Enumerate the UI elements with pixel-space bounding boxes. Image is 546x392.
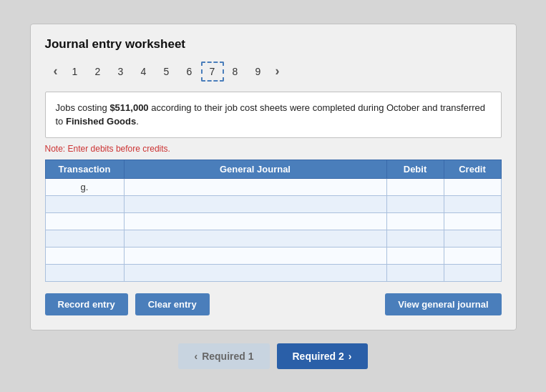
debit-field-3[interactable] <box>387 213 444 230</box>
description-text: Jobs costing $511,000 according to their… <box>56 102 486 127</box>
description-box: Jobs costing $511,000 according to their… <box>45 92 502 138</box>
required-1-prev-arrow: ‹ <box>194 351 198 362</box>
debit-field-2[interactable] <box>387 196 444 212</box>
transaction-cell-6 <box>45 264 124 281</box>
pagination-item-6[interactable]: 6 <box>178 63 201 80</box>
transaction-cell-5 <box>45 247 124 264</box>
credit-input-6[interactable] <box>444 264 501 281</box>
transaction-cell-4 <box>45 230 124 247</box>
debit-field-4[interactable] <box>387 230 444 247</box>
col-header-credit: Credit <box>444 160 501 178</box>
credit-field-3[interactable] <box>444 213 501 230</box>
general-journal-field-6[interactable] <box>125 265 386 281</box>
table-row: g. <box>45 178 501 195</box>
transaction-label-g: g. <box>45 178 124 195</box>
general-journal-field-3[interactable] <box>125 213 386 230</box>
credit-field-2[interactable] <box>444 196 501 212</box>
debit-field-6[interactable] <box>387 265 444 281</box>
debit-input-3[interactable] <box>386 212 444 230</box>
debit-input-1[interactable] <box>386 178 444 195</box>
note-text: Note: Enter debits before credits. <box>45 144 502 154</box>
view-general-journal-button[interactable]: View general journal <box>385 293 501 315</box>
pagination-item-9[interactable]: 9 <box>247 63 270 80</box>
card-title: Journal entry worksheet <box>45 37 502 52</box>
pagination: ‹ 1 2 3 4 5 6 7 8 9 › <box>45 62 502 82</box>
debit-input-4[interactable] <box>386 230 444 247</box>
credit-field-5[interactable] <box>444 248 501 264</box>
pagination-item-8[interactable]: 8 <box>224 63 247 80</box>
required-2-next-arrow: › <box>348 351 352 362</box>
col-header-transaction: Transaction <box>45 160 124 178</box>
pagination-item-5[interactable]: 5 <box>155 63 178 80</box>
transaction-cell-2 <box>45 195 124 212</box>
general-journal-field-5[interactable] <box>125 248 386 264</box>
debit-input-6[interactable] <box>386 264 444 281</box>
general-journal-input-6[interactable] <box>124 264 386 281</box>
required-2-button[interactable]: Required 2 › <box>277 343 368 369</box>
table-row <box>45 212 501 230</box>
general-journal-input-5[interactable] <box>124 247 386 264</box>
credit-input-2[interactable] <box>444 195 501 212</box>
clear-entry-button[interactable]: Clear entry <box>135 293 210 315</box>
pagination-item-2[interactable]: 2 <box>87 63 109 80</box>
pagination-next[interactable]: › <box>270 62 286 80</box>
action-buttons: Record entry Clear entry View general jo… <box>45 293 502 315</box>
pagination-prev[interactable]: ‹ <box>48 62 64 80</box>
transaction-cell-3 <box>45 212 124 230</box>
required-1-button[interactable]: ‹ Required 1 <box>178 343 269 369</box>
required-2-label: Required 2 <box>293 351 344 362</box>
bottom-navigation: ‹ Required 1 Required 2 › <box>178 343 367 369</box>
general-journal-field-4[interactable] <box>125 230 386 247</box>
credit-input-4[interactable] <box>444 230 501 247</box>
credit-input-1[interactable] <box>444 178 501 195</box>
pagination-item-1[interactable]: 1 <box>64 63 87 80</box>
credit-field-1[interactable] <box>444 179 501 195</box>
credit-field-4[interactable] <box>444 230 501 247</box>
table-row <box>45 264 501 281</box>
debit-field-5[interactable] <box>387 248 444 264</box>
credit-field-6[interactable] <box>444 265 501 281</box>
general-journal-input-1[interactable] <box>124 178 386 195</box>
col-header-general-journal: General Journal <box>124 160 386 178</box>
journal-table: Transaction General Journal Debit Credit… <box>45 160 502 282</box>
journal-entry-card: Journal entry worksheet ‹ 1 2 3 4 5 6 7 … <box>30 24 517 330</box>
general-journal-input-3[interactable] <box>124 212 386 230</box>
general-journal-field-1[interactable] <box>125 179 386 195</box>
table-row <box>45 247 501 264</box>
table-row <box>45 195 501 212</box>
general-journal-input-4[interactable] <box>124 230 386 247</box>
pagination-item-7-active[interactable]: 7 <box>201 62 224 82</box>
general-journal-field-2[interactable] <box>125 196 386 212</box>
debit-field-1[interactable] <box>387 179 444 195</box>
record-entry-button[interactable]: Record entry <box>45 293 128 315</box>
credit-input-3[interactable] <box>444 212 501 230</box>
table-row <box>45 230 501 247</box>
pagination-item-4[interactable]: 4 <box>132 63 155 80</box>
required-1-label: Required 1 <box>202 351 253 362</box>
credit-input-5[interactable] <box>444 247 501 264</box>
pagination-item-3[interactable]: 3 <box>109 63 132 80</box>
col-header-debit: Debit <box>386 160 444 178</box>
general-journal-input-2[interactable] <box>124 195 386 212</box>
debit-input-2[interactable] <box>386 195 444 212</box>
debit-input-5[interactable] <box>386 247 444 264</box>
